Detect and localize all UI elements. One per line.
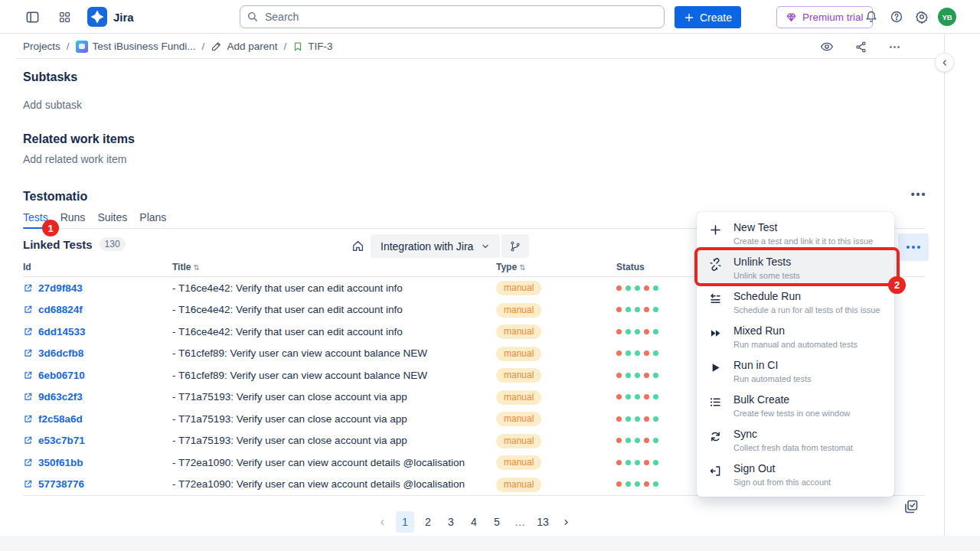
sort-icon[interactable]: ⇅ (519, 263, 525, 272)
testomatio-section-ellipsis-icon[interactable]: ••• (908, 186, 929, 203)
type-badge: manual (496, 347, 541, 361)
menu-item-title: Schedule Run (733, 290, 880, 303)
status-dot-fail (644, 329, 649, 334)
pagination-page-13[interactable]: 13 (534, 511, 552, 533)
test-id-link[interactable]: cd68824f (23, 304, 172, 315)
test-id-link[interactable]: 27d9f843 (23, 282, 172, 294)
share-icon[interactable] (849, 37, 872, 57)
search-icon (247, 11, 259, 23)
user-avatar[interactable]: YB (938, 8, 956, 26)
test-id-link[interactable]: 350f61bb (23, 457, 172, 468)
help-icon[interactable] (887, 8, 906, 26)
app-switcher-icon[interactable] (55, 8, 74, 26)
search-input[interactable] (240, 5, 665, 28)
status-dot-fail (644, 460, 649, 465)
menu-item-schedule-run[interactable]: Schedule RunSchedule a run for all tests… (697, 285, 894, 320)
status-dot-fail (616, 329, 622, 334)
status-dot-fail (644, 373, 649, 378)
status-dot-fail (616, 416, 622, 422)
project-avatar-icon (76, 41, 88, 53)
signout-icon (707, 465, 723, 487)
notifications-bell-icon[interactable] (862, 8, 880, 26)
chevron-down-icon (481, 242, 490, 251)
status-dot-pass (653, 350, 658, 356)
pagination-page-3[interactable]: 3 (442, 511, 460, 533)
status-dot-pass (626, 460, 631, 465)
menu-item-subtitle: Run automated tests (733, 373, 812, 384)
home-icon[interactable] (348, 236, 367, 255)
tab-suites[interactable]: Suites (97, 211, 127, 228)
test-id-link[interactable]: 6dd14533 (23, 326, 172, 337)
add-related-work-item-button[interactable]: Add related work item (23, 153, 126, 165)
menu-item-run-in-ci[interactable]: Run in CIRun automated tests (697, 354, 894, 389)
sort-icon[interactable]: ⇅ (193, 263, 199, 272)
status-dot-fail (616, 438, 622, 443)
annotation-step-1-badge: 1 (42, 220, 59, 236)
pagination-page-4[interactable]: 4 (465, 511, 483, 533)
external-link-icon (23, 458, 33, 468)
breadcrumb-project[interactable]: Test iBusiness Fundi... (76, 41, 196, 53)
schedule-icon (707, 292, 723, 315)
type-badge: manual (496, 455, 541, 470)
test-id-link[interactable]: e53c7b71 (23, 435, 172, 446)
related-work-items-heading: Related work items (23, 132, 135, 146)
test-id-link[interactable]: 6eb06710 (23, 370, 172, 381)
watch-eye-icon[interactable] (815, 37, 838, 57)
menu-item-bulk-create[interactable]: Bulk CreateCreate few tests in one windo… (697, 389, 894, 423)
tab-runs[interactable]: Runs (60, 211, 86, 228)
breadcrumb-projects[interactable]: Projects (23, 41, 60, 52)
test-type-cell: manual (496, 280, 616, 295)
create-button[interactable]: Create (675, 6, 741, 28)
breadcrumb-add-parent[interactable]: Add parent (211, 41, 277, 52)
test-type-cell: manual (496, 411, 616, 426)
test-id-link[interactable]: f2c58a6d (23, 413, 172, 425)
breadcrumb-issue-key[interactable]: TIF-3 (292, 41, 332, 52)
pagination-next-icon[interactable] (557, 511, 575, 533)
issue-actions-ellipsis-icon[interactable] (883, 37, 906, 57)
branch-icon-button[interactable] (501, 234, 529, 258)
pagination-page-5[interactable]: 5 (488, 511, 506, 533)
settings-gear-icon[interactable] (913, 8, 931, 26)
pagination-page-2[interactable]: 2 (419, 511, 437, 533)
menu-item-new-test[interactable]: New TestCreate a test and link it it to … (697, 217, 894, 251)
status-dot-pass (635, 329, 640, 334)
status-dot-fail (644, 307, 649, 312)
add-subtask-button[interactable]: Add subtask (23, 99, 82, 111)
external-link-icon (23, 327, 33, 337)
jira-logo[interactable]: Jira (87, 7, 134, 27)
menu-item-mixed-run[interactable]: Mixed RunRun manual and automated tests (697, 320, 894, 354)
status-dot-fail (644, 285, 649, 291)
status-dot-pass (635, 285, 640, 291)
linked-tests-title: Linked Tests (23, 238, 93, 251)
status-dot-fail (616, 285, 622, 291)
collapse-panel-chevron-icon[interactable] (935, 53, 954, 72)
pagination-prev-icon[interactable] (373, 511, 391, 533)
sidebar-toggle-icon[interactable] (23, 8, 41, 26)
linked-tests-actions-button[interactable] (898, 233, 929, 261)
status-dot-pass (626, 350, 631, 356)
test-id-link[interactable]: 57738776 (23, 478, 172, 490)
menu-item-sign-out[interactable]: Sign OutSign out from this account (697, 458, 894, 492)
menu-item-subtitle: Schedule a run for all tests of this iss… (733, 305, 880, 315)
menu-item-sync[interactable]: SyncCollect fresh data from testomat (697, 423, 894, 458)
status-dot-fail (644, 481, 649, 487)
status-dot-pass (626, 416, 631, 422)
external-link-icon (23, 479, 33, 489)
bulk-select-icon[interactable] (903, 497, 921, 516)
premium-trial-button[interactable]: Premium trial (776, 6, 873, 28)
menu-item-unlink-tests[interactable]: Unlink TestsUnlink some tests (697, 251, 894, 285)
type-badge: manual (496, 324, 541, 339)
status-dot-fail (644, 416, 649, 422)
status-dot-pass (626, 329, 631, 334)
external-link-icon (23, 435, 33, 445)
test-id-link[interactable]: 9d63c2f3 (23, 391, 172, 403)
pagination-ellipsis: … (511, 511, 529, 533)
status-dot-pass (653, 373, 658, 378)
subtasks-heading: Subtasks (23, 70, 77, 84)
pagination-page-1[interactable]: 1 (396, 511, 414, 533)
project-selector-dropdown[interactable]: Integration with Jira (371, 234, 500, 258)
test-id-link[interactable]: 3d6dcfb8 (23, 347, 172, 359)
tab-plans[interactable]: Plans (139, 211, 166, 228)
test-type-cell: manual (496, 367, 616, 383)
status-dot-fail (616, 460, 622, 465)
